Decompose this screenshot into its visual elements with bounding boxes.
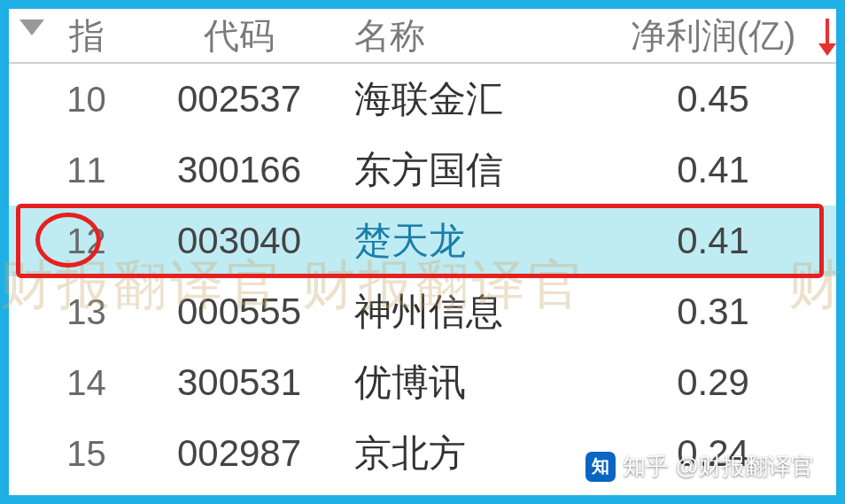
header-indicator[interactable]: 指 — [9, 12, 133, 60]
header-code[interactable]: 代码 — [133, 12, 345, 60]
table-row-selected[interactable]: 12 003040 楚天龙 0.41 — [9, 205, 836, 276]
header-profit[interactable]: 净利润(亿) — [593, 12, 833, 60]
row-code: 000555 — [133, 291, 345, 333]
zhihu-attribution: 知 知乎 @财报翻译官 — [585, 451, 814, 482]
row-profit: 0.31 — [593, 291, 833, 333]
row-index: 12 — [9, 221, 133, 261]
row-profit: 0.41 — [593, 149, 833, 191]
app-frame: 指 代码 名称 净利润(亿) 财报翻译官 财报翻译官 财 10 002537 海… — [0, 0, 845, 504]
row-profit: 0.45 — [593, 78, 833, 120]
row-name: 楚天龙 — [345, 216, 593, 266]
content-area: 指 代码 名称 净利润(亿) 财报翻译官 财报翻译官 财 10 002537 海… — [9, 9, 836, 495]
row-name: 京北方 — [345, 429, 593, 478]
zhihu-author-text: 知乎 @财报翻译官 — [623, 451, 814, 482]
table-body: 财报翻译官 财报翻译官 财 10 002537 海联金汇 0.45 11 300… — [9, 64, 836, 489]
row-index: 14 — [9, 363, 133, 403]
row-name: 海联金汇 — [345, 74, 593, 124]
row-code: 300166 — [133, 149, 345, 191]
row-code: 003040 — [133, 220, 345, 262]
table-row[interactable]: 11 300166 东方国信 0.41 — [9, 135, 836, 205]
row-name: 东方国信 — [345, 145, 593, 195]
table-row[interactable]: 13 000555 神州信息 0.31 — [9, 276, 836, 347]
row-index: 11 — [9, 151, 133, 190]
row-code: 002987 — [133, 432, 345, 475]
row-index: 15 — [9, 434, 133, 474]
table-row[interactable]: 14 300531 优博讯 0.29 — [9, 347, 836, 418]
row-code: 002537 — [133, 78, 345, 120]
dropdown-icon[interactable] — [19, 19, 44, 35]
row-name: 优博讯 — [345, 358, 593, 407]
table-row[interactable]: 10 002537 海联金汇 0.45 — [9, 64, 836, 135]
row-name: 神州信息 — [345, 287, 593, 337]
row-index: 10 — [9, 80, 133, 120]
table-header: 指 代码 名称 净利润(亿) — [9, 9, 836, 64]
row-code: 300531 — [133, 361, 345, 404]
header-name[interactable]: 名称 — [345, 12, 593, 60]
sort-desc-icon — [822, 19, 833, 58]
row-profit: 0.29 — [593, 361, 833, 404]
header-profit-label: 净利润(亿) — [631, 16, 796, 55]
header-code-label: 代码 — [204, 16, 275, 55]
header-name-label: 名称 — [354, 16, 425, 55]
row-index: 13 — [9, 292, 133, 332]
zhihu-logo-icon: 知 — [585, 452, 616, 482]
row-profit: 0.41 — [593, 220, 833, 262]
header-indicator-label: 指 — [69, 16, 105, 55]
